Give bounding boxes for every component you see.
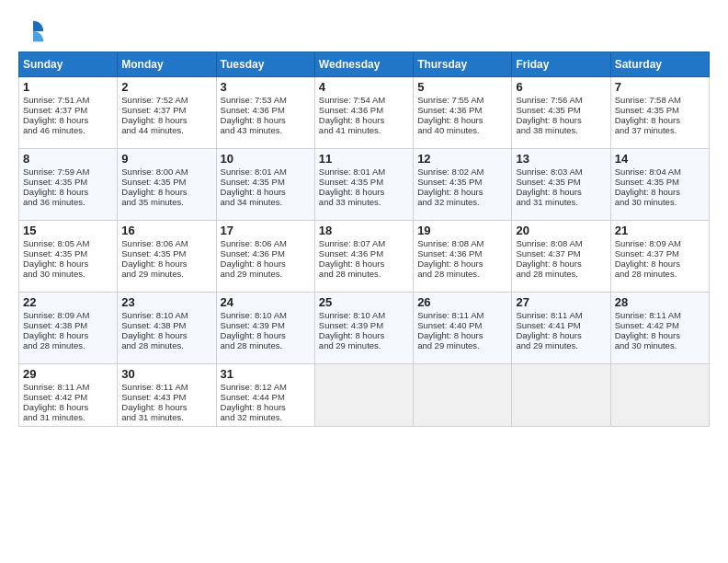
sunset-text: Sunset: 4:37 PM: [516, 248, 580, 259]
day-number: 27: [516, 295, 606, 309]
day-number: 26: [417, 295, 507, 309]
header: [18, 15, 710, 44]
calendar-cell: 22Sunrise: 8:09 AMSunset: 4:38 PMDayligh…: [19, 293, 118, 364]
calendar-cell: 18Sunrise: 8:07 AMSunset: 4:36 PMDayligh…: [314, 221, 413, 293]
sunrise-text: Sunrise: 8:12 AM: [221, 382, 287, 392]
day-number: 19: [417, 224, 507, 237]
daylight-text: Daylight: 8 hoursand 29 minutes.: [221, 259, 286, 279]
logo: [18, 18, 46, 44]
daylight-text: Daylight: 8 hoursand 33 minutes.: [319, 187, 384, 207]
sunrise-text: Sunrise: 8:06 AM: [221, 238, 287, 248]
calendar-cell: 2Sunrise: 7:52 AMSunset: 4:37 PMDaylight…: [118, 77, 216, 149]
day-number: 30: [121, 367, 211, 381]
sunrise-text: Sunrise: 8:09 AM: [615, 238, 681, 248]
calendar-cell: 6Sunrise: 7:56 AMSunset: 4:35 PMDaylight…: [512, 77, 610, 149]
calendar-cell: 3Sunrise: 7:53 AMSunset: 4:36 PMDaylight…: [216, 77, 314, 149]
sunset-text: Sunset: 4:41 PM: [516, 320, 580, 330]
day-number: 14: [615, 152, 705, 166]
day-number: 25: [319, 295, 409, 309]
daylight-text: Daylight: 8 hoursand 38 minutes.: [516, 115, 581, 135]
daylight-text: Daylight: 8 hoursand 29 minutes.: [319, 330, 384, 350]
sunset-text: Sunset: 4:35 PM: [319, 177, 383, 187]
calendar-cell: 16Sunrise: 8:06 AMSunset: 4:35 PMDayligh…: [118, 221, 216, 293]
sunrise-text: Sunrise: 8:08 AM: [516, 238, 582, 248]
column-header-thursday: Thursday: [414, 52, 512, 77]
column-header-sunday: Sunday: [19, 52, 118, 77]
sunset-text: Sunset: 4:35 PM: [417, 177, 482, 187]
calendar-cell: 7Sunrise: 7:58 AMSunset: 4:35 PMDaylight…: [610, 77, 709, 149]
calendar-week-2: 8Sunrise: 7:59 AMSunset: 4:35 PMDaylight…: [19, 149, 710, 221]
page-container: SundayMondayTuesdayWednesdayThursdayFrid…: [0, 0, 728, 436]
sunrise-text: Sunrise: 8:05 AM: [23, 238, 89, 248]
calendar-cell: 14Sunrise: 8:04 AMSunset: 4:35 PMDayligh…: [610, 149, 709, 221]
sunset-text: Sunset: 4:42 PM: [615, 320, 679, 330]
calendar-week-5: 29Sunrise: 8:11 AMSunset: 4:42 PMDayligh…: [19, 364, 710, 427]
calendar-cell: 28Sunrise: 8:11 AMSunset: 4:42 PMDayligh…: [610, 293, 709, 364]
sunset-text: Sunset: 4:36 PM: [221, 248, 285, 259]
sunset-text: Sunset: 4:35 PM: [121, 248, 186, 259]
calendar-cell: 12Sunrise: 8:02 AMSunset: 4:35 PMDayligh…: [414, 149, 512, 221]
calendar-cell: 25Sunrise: 8:10 AMSunset: 4:39 PMDayligh…: [314, 293, 413, 364]
day-number: 1: [23, 80, 113, 94]
calendar-cell: [414, 364, 512, 427]
calendar-cell: 5Sunrise: 7:55 AMSunset: 4:36 PMDaylight…: [414, 77, 512, 149]
sunrise-text: Sunrise: 8:00 AM: [121, 167, 188, 177]
day-number: 15: [23, 224, 113, 237]
sunrise-text: Sunrise: 8:02 AM: [417, 167, 483, 177]
sunset-text: Sunset: 4:36 PM: [417, 248, 482, 259]
sunset-text: Sunset: 4:35 PM: [23, 177, 87, 187]
daylight-text: Daylight: 8 hoursand 35 minutes.: [121, 187, 187, 207]
sunrise-text: Sunrise: 8:07 AM: [319, 238, 385, 248]
sunset-text: Sunset: 4:35 PM: [615, 177, 679, 187]
day-number: 21: [615, 224, 705, 237]
sunset-text: Sunset: 4:42 PM: [23, 392, 87, 402]
sunrise-text: Sunrise: 8:10 AM: [319, 310, 385, 320]
calendar-cell: 15Sunrise: 8:05 AMSunset: 4:35 PMDayligh…: [19, 221, 118, 293]
daylight-text: Daylight: 8 hoursand 40 minutes.: [417, 115, 483, 135]
calendar-table: SundayMondayTuesdayWednesdayThursdayFrid…: [18, 52, 710, 427]
daylight-text: Daylight: 8 hoursand 30 minutes.: [615, 187, 680, 207]
daylight-text: Daylight: 8 hoursand 44 minutes.: [121, 115, 187, 135]
calendar-cell: 17Sunrise: 8:06 AMSunset: 4:36 PMDayligh…: [216, 221, 314, 293]
daylight-text: Daylight: 8 hoursand 31 minutes.: [23, 402, 88, 422]
calendar-cell: 13Sunrise: 8:03 AMSunset: 4:35 PMDayligh…: [512, 149, 610, 221]
daylight-text: Daylight: 8 hoursand 34 minutes.: [221, 187, 286, 207]
sunrise-text: Sunrise: 8:11 AM: [121, 382, 188, 392]
sunrise-text: Sunrise: 7:52 AM: [121, 95, 188, 105]
calendar-cell: [314, 364, 413, 427]
calendar-header-row: SundayMondayTuesdayWednesdayThursdayFrid…: [19, 52, 710, 77]
sunset-text: Sunset: 4:35 PM: [516, 105, 580, 115]
day-number: 5: [417, 80, 507, 94]
sunrise-text: Sunrise: 8:10 AM: [221, 310, 287, 320]
daylight-text: Daylight: 8 hoursand 36 minutes.: [23, 187, 88, 207]
daylight-text: Daylight: 8 hoursand 32 minutes.: [417, 187, 483, 207]
sunset-text: Sunset: 4:40 PM: [417, 320, 482, 330]
sunrise-text: Sunrise: 7:59 AM: [23, 167, 89, 177]
calendar-cell: 10Sunrise: 8:01 AMSunset: 4:35 PMDayligh…: [216, 149, 314, 221]
sunset-text: Sunset: 4:36 PM: [319, 105, 383, 115]
calendar-cell: 11Sunrise: 8:01 AMSunset: 4:35 PMDayligh…: [314, 149, 413, 221]
sunset-text: Sunset: 4:36 PM: [221, 105, 285, 115]
sunrise-text: Sunrise: 7:56 AM: [516, 95, 582, 105]
sunset-text: Sunset: 4:37 PM: [615, 248, 679, 259]
sunset-text: Sunset: 4:37 PM: [23, 105, 87, 115]
calendar-cell: 4Sunrise: 7:54 AMSunset: 4:36 PMDaylight…: [314, 77, 413, 149]
day-number: 29: [23, 367, 113, 381]
calendar-week-1: 1Sunrise: 7:51 AMSunset: 4:37 PMDaylight…: [19, 77, 710, 149]
daylight-text: Daylight: 8 hoursand 43 minutes.: [221, 115, 286, 135]
day-number: 4: [319, 80, 409, 94]
column-header-monday: Monday: [118, 52, 216, 77]
daylight-text: Daylight: 8 hoursand 30 minutes.: [23, 259, 88, 279]
calendar-cell: 1Sunrise: 7:51 AMSunset: 4:37 PMDaylight…: [19, 77, 118, 149]
sunrise-text: Sunrise: 8:01 AM: [221, 167, 287, 177]
sunset-text: Sunset: 4:43 PM: [121, 392, 186, 402]
day-number: 17: [221, 224, 311, 237]
calendar-cell: 21Sunrise: 8:09 AMSunset: 4:37 PMDayligh…: [610, 221, 709, 293]
sunset-text: Sunset: 4:37 PM: [121, 105, 186, 115]
column-header-wednesday: Wednesday: [314, 52, 413, 77]
calendar-cell: 20Sunrise: 8:08 AMSunset: 4:37 PMDayligh…: [512, 221, 610, 293]
daylight-text: Daylight: 8 hoursand 29 minutes.: [417, 330, 483, 350]
sunrise-text: Sunrise: 8:11 AM: [417, 310, 483, 320]
calendar-cell: [512, 364, 610, 427]
calendar-week-3: 15Sunrise: 8:05 AMSunset: 4:35 PMDayligh…: [19, 221, 710, 293]
